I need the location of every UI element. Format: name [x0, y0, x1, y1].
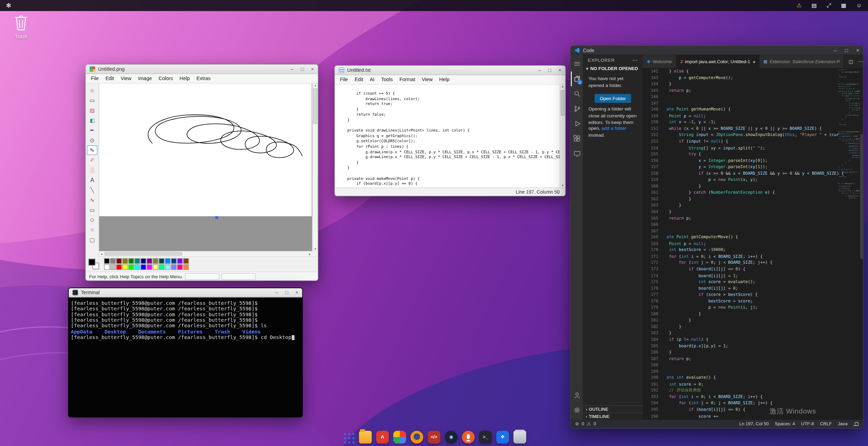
vscode-minimize-button[interactable]: –: [834, 48, 837, 53]
notepad-menu-file[interactable]: File: [337, 76, 351, 83]
code-editor-icon[interactable]: </>: [428, 431, 441, 444]
scroll-up-icon[interactable]: ▲: [561, 85, 564, 88]
color-swatch[interactable]: [177, 264, 183, 270]
explorer-icon[interactable]: 1: [571, 71, 583, 86]
color-swatch[interactable]: [129, 258, 134, 264]
paint-menu-edit[interactable]: Edit: [102, 75, 117, 82]
scroll-down-icon[interactable]: ▼: [561, 184, 564, 187]
paint-menu-image[interactable]: Image: [135, 75, 155, 82]
code-editor[interactable]: 1421431441451461471481491501511521531541…: [643, 68, 863, 420]
line-tool[interactable]: ╲: [87, 185, 97, 195]
color-swatch[interactable]: [165, 258, 170, 264]
notepad-scrollbar[interactable]: ▲ ▼: [560, 85, 565, 187]
rounded-rectangle-tool[interactable]: ▢: [87, 235, 97, 244]
color-swatch[interactable]: [153, 264, 158, 270]
pick-color-tool[interactable]: ✒: [87, 126, 97, 135]
code-text[interactable]: } else { p = getComputerMove(); } return…: [661, 68, 863, 420]
problems-indicator[interactable]: ⊘ 0 ⚠ 0: [575, 421, 596, 426]
extensions-icon[interactable]: [571, 131, 583, 146]
color-swatch[interactable]: [165, 264, 170, 270]
color-swatch[interactable]: [177, 258, 183, 264]
paint-maximize-button[interactable]: □: [301, 67, 304, 71]
free-form-select-tool[interactable]: ☆: [87, 86, 97, 95]
file-manager-icon[interactable]: [359, 431, 372, 444]
eraser-tool[interactable]: ▨: [87, 106, 97, 115]
color-swatch[interactable]: [183, 264, 189, 270]
vscode-close-button[interactable]: ×: [856, 48, 859, 53]
paint-vertical-scrollbar[interactable]: ▲ ▼: [312, 84, 318, 251]
canvas-resize-handle[interactable]: [215, 216, 218, 219]
color-swatch[interactable]: [134, 258, 140, 264]
notepad-menu-tools[interactable]: Tools: [378, 76, 396, 83]
paint-horizontal-scrollbar[interactable]: ◄ ►: [99, 251, 312, 256]
source-control-icon[interactable]: [571, 101, 583, 116]
panel-icon[interactable]: ▤: [811, 3, 817, 8]
split-editor-icon[interactable]: ◫: [849, 59, 853, 64]
fill-with-color-tool[interactable]: ◧: [87, 116, 97, 125]
editor-actions-icon[interactable]: ⋯: [858, 59, 863, 64]
explorer-more-actions-icon[interactable]: ⋯: [632, 58, 638, 63]
color-swatch[interactable]: [171, 258, 177, 264]
horizontal-scroll-thumb[interactable]: [105, 252, 182, 256]
color-swatch[interactable]: [183, 258, 189, 264]
editor-scroll-thumb[interactable]: [860, 134, 863, 259]
apps-grid-icon[interactable]: ▦: [841, 3, 846, 8]
paint-menu-help[interactable]: Help: [176, 75, 193, 82]
brush-tool[interactable]: ✐: [87, 155, 97, 165]
color-swatch[interactable]: [141, 264, 146, 270]
editor-scrollbar[interactable]: [860, 68, 863, 420]
settings-gear-icon[interactable]: [571, 403, 583, 417]
outline-section[interactable]: › OUTLINE: [583, 405, 643, 413]
color-swatch[interactable]: [110, 264, 116, 270]
color-swatch[interactable]: [104, 258, 110, 264]
scroll-right-icon[interactable]: ►: [308, 253, 311, 255]
paint-menu-extras[interactable]: Extras: [193, 75, 214, 82]
vscode-maximize-button[interactable]: □: [845, 48, 848, 53]
scroll-down-icon[interactable]: ▼: [314, 248, 317, 251]
taskbar-trash-icon[interactable]: [513, 431, 526, 444]
open-folder-button[interactable]: Open Folder: [595, 94, 631, 103]
paint-canvas[interactable]: [99, 84, 312, 216]
color-swatch[interactable]: [159, 264, 164, 270]
notepad-scroll-thumb[interactable]: [561, 90, 565, 116]
vertical-scroll-thumb[interactable]: [313, 88, 317, 124]
notifications-bell-icon[interactable]: [853, 421, 858, 426]
notepad-menu-edit[interactable]: Edit: [351, 76, 367, 83]
terminal-app-icon[interactable]: >_: [479, 431, 492, 444]
magnifier-tool[interactable]: ⊙: [87, 135, 97, 145]
color-swatch[interactable]: [116, 258, 122, 264]
airbrush-tool[interactable]: ░: [87, 165, 97, 175]
polygon-tool[interactable]: ◇: [87, 215, 97, 224]
no-folder-opened-section[interactable]: ∨ NO FOLDER OPENED: [583, 65, 643, 72]
fullscreen-icon[interactable]: ⤢: [827, 3, 831, 8]
browser-icon[interactable]: [411, 431, 423, 444]
notepad-menu-view[interactable]: View: [418, 76, 436, 83]
tab-untitled-1[interactable]: Jimport java.awt.Color; Untitled-1●: [676, 55, 760, 68]
notepad-text-area[interactable]: if (count >= 5) { drawLines(lines, color…: [335, 85, 559, 187]
notepad-menu-format[interactable]: Format: [396, 76, 418, 83]
paint-title-bar[interactable]: Untitled.png – □ ×: [86, 65, 318, 74]
profile-icon[interactable]: ☺: [856, 3, 862, 8]
color-swatch[interactable]: [147, 264, 152, 270]
timeline-section[interactable]: › TIMELINE: [583, 413, 643, 420]
run-debug-icon[interactable]: [571, 116, 583, 131]
os-logo-icon[interactable]: ✻: [6, 2, 11, 9]
language-mode[interactable]: Java: [838, 421, 848, 426]
scroll-up-icon[interactable]: ▲: [314, 84, 317, 87]
app-launcher-icon[interactable]: [342, 431, 355, 444]
scroll-left-icon[interactable]: ◄: [100, 253, 103, 255]
line-numbers-gutter[interactable]: 1421431441451461471481491501511521531541…: [643, 68, 661, 420]
notepad-maximize-button[interactable]: □: [548, 68, 551, 72]
paint-close-button[interactable]: ×: [311, 67, 314, 71]
color-swatch[interactable]: [134, 264, 140, 270]
indentation[interactable]: Spaces: 4: [775, 421, 795, 426]
foreground-background-colors[interactable]: [88, 258, 100, 270]
game-app-icon[interactable]: ◉: [445, 431, 457, 444]
notepad-title-bar[interactable]: Untitled.txt – □ ×: [335, 66, 565, 75]
color-swatch[interactable]: [116, 264, 122, 270]
terminal-output[interactable]: [fearless_butterfly_5598@puter.com /fear…: [69, 298, 302, 417]
terminal-title-bar[interactable]: Terminal – □ ×: [69, 288, 302, 298]
terminal-minimize-button[interactable]: –: [275, 290, 278, 295]
color-swatch[interactable]: [110, 258, 116, 264]
trash-desktop-icon[interactable]: Trash: [8, 14, 34, 39]
